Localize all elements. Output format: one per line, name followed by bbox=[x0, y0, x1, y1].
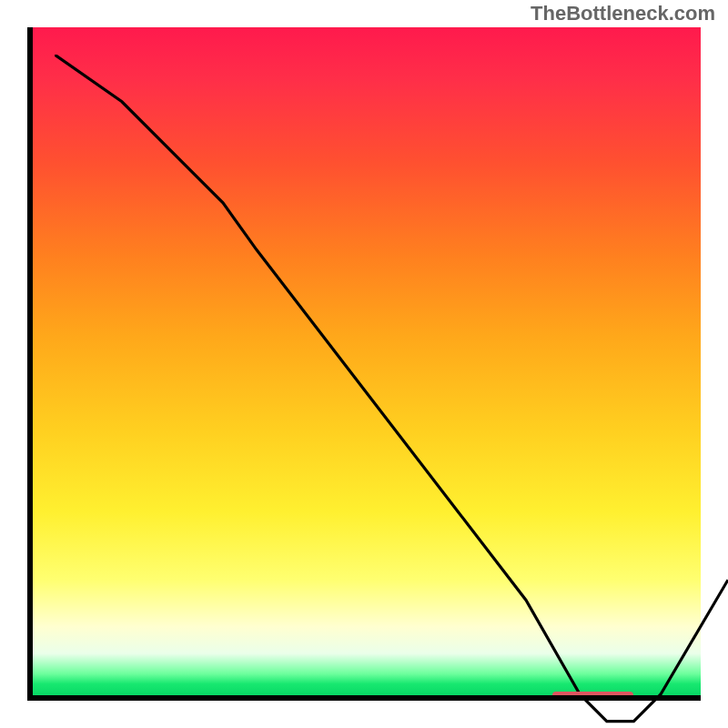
axis-bottom bbox=[27, 695, 701, 701]
plot-area bbox=[27, 27, 701, 701]
axis-left bbox=[27, 27, 33, 701]
watermark-text: TheBottleneck.com bbox=[531, 2, 715, 25]
chart-container: TheBottleneck.com bbox=[0, 0, 728, 728]
bottleneck-curve bbox=[55, 55, 728, 728]
